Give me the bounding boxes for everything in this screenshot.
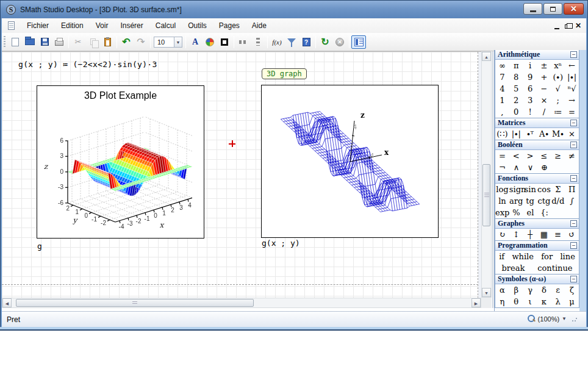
- palette-symbol[interactable]: π: [509, 61, 523, 70]
- scroll-left-arrow[interactable]: ◀: [2, 298, 12, 307]
- palette-symbol[interactable]: cos: [537, 185, 551, 194]
- palette-symbol[interactable]: β: [509, 285, 523, 295]
- font-size-value[interactable]: 10: [154, 37, 174, 48]
- palette-symbol[interactable]: ↕: [509, 230, 523, 239]
- insert-function-button[interactable]: f(x): [270, 35, 284, 49]
- font-size-dropdown-icon[interactable]: ▼: [174, 37, 182, 48]
- palette-symbol[interactable]: =: [565, 107, 579, 117]
- palette-symbol[interactable]: |∙|: [565, 73, 579, 82]
- palette-symbol[interactable]: μ: [565, 297, 579, 306]
- palette-symbol[interactable]: ε: [551, 285, 565, 295]
- collapse-panel-button[interactable]: [570, 242, 577, 249]
- palette-symbol[interactable]: γ: [523, 285, 537, 295]
- interrupt-button[interactable]: ✕: [332, 35, 347, 49]
- font-size-combo[interactable]: 10▼: [154, 37, 182, 48]
- collapse-panel-button[interactable]: [570, 51, 577, 58]
- palette-symbol[interactable]: ln: [495, 196, 509, 206]
- palette-symbol[interactable]: 3: [523, 96, 537, 105]
- palette-symbol[interactable]: ≔: [551, 107, 565, 117]
- minimize-button[interactable]: [523, 3, 542, 15]
- plot2-caption[interactable]: g(x ; y): [262, 239, 300, 248]
- palette-symbol[interactable]: ↻: [495, 230, 509, 239]
- open-file-button[interactable]: [23, 35, 37, 49]
- palette-symbol[interactable]: θ: [509, 297, 523, 306]
- menu-outils[interactable]: Outils: [182, 20, 213, 32]
- palette-symbol[interactable]: 5: [509, 84, 523, 93]
- palette-symbol[interactable]: (∷): [495, 129, 509, 138]
- show-panels-button[interactable]: [351, 35, 366, 49]
- undo-button[interactable]: ↶: [119, 35, 134, 49]
- scroll-down-arrow[interactable]: ▼: [482, 288, 491, 297]
- palette-symbol[interactable]: ≥: [551, 151, 565, 160]
- resize-grip[interactable]: [572, 316, 578, 322]
- palette-symbol[interactable]: (∙): [551, 73, 565, 82]
- horizontal-scroll-thumb[interactable]: [16, 299, 254, 307]
- save-file-button[interactable]: [37, 35, 52, 49]
- recalculate-button[interactable]: ↻: [318, 35, 332, 49]
- palette-symbol[interactable]: ζ: [565, 285, 579, 295]
- close-button[interactable]: ✕: [564, 3, 584, 15]
- vertical-scrollbar[interactable]: ▲ ▼: [481, 51, 492, 298]
- definition-formula[interactable]: g(x ; y) ≔ (−2<x<2)·sin(y)·3: [18, 60, 157, 69]
- palette-symbol[interactable]: for: [539, 252, 555, 261]
- palette-symbol[interactable]: ⁿ√: [565, 84, 579, 93]
- menu-edition[interactable]: Edition: [55, 20, 90, 32]
- menu-voir[interactable]: Voir: [90, 20, 115, 32]
- palette-symbol[interactable]: −: [537, 84, 551, 93]
- palette-symbol[interactable]: ∙ᵀ: [523, 129, 537, 138]
- palette-symbol[interactable]: ┼: [523, 230, 537, 239]
- palette-symbol[interactable]: d/d: [551, 196, 565, 206]
- palette-symbol[interactable]: ≤: [537, 151, 551, 160]
- palette-symbol[interactable]: while: [509, 252, 536, 261]
- collapse-panel-button[interactable]: [570, 142, 577, 148]
- scroll-up-arrow[interactable]: ▲: [482, 52, 491, 61]
- palette-symbol[interactable]: Σ: [551, 185, 565, 194]
- palette-symbol[interactable]: tg: [523, 196, 537, 206]
- palette-symbol[interactable]: el: [523, 208, 537, 217]
- palette-symbol[interactable]: ∨: [523, 163, 537, 172]
- collapse-panel-button[interactable]: [570, 120, 577, 126]
- child-close-icon[interactable]: ✕: [575, 21, 581, 30]
- filter-button[interactable]: [284, 35, 299, 49]
- palette-symbol[interactable]: |∙|: [509, 129, 523, 138]
- print-button[interactable]: [52, 35, 66, 49]
- palette-symbol[interactable]: =: [495, 151, 509, 160]
- palette-symbol[interactable]: >: [523, 151, 537, 160]
- palette-symbol[interactable]: line: [558, 252, 577, 261]
- plot1-caption[interactable]: g: [37, 242, 42, 251]
- collapse-panel-button[interactable]: [570, 220, 577, 227]
- menu-aide[interactable]: Aide: [246, 20, 273, 32]
- redo-button[interactable]: ↷: [134, 35, 148, 49]
- palette-symbol[interactable]: ¬: [495, 163, 509, 172]
- palette-symbol[interactable]: sin: [523, 185, 537, 194]
- palette-symbol[interactable]: 0: [509, 107, 523, 117]
- palette-symbol[interactable]: ⨯: [565, 129, 579, 138]
- menu-fichier[interactable]: Fichier: [21, 20, 55, 32]
- collapse-panel-button[interactable]: [570, 276, 577, 282]
- palette-symbol[interactable]: ±: [537, 61, 551, 70]
- horizontal-scrollbar[interactable]: ◀ ▶: [2, 298, 481, 308]
- palette-symbol[interactable]: xⁿ: [551, 61, 565, 70]
- palette-symbol[interactable]: i: [523, 61, 537, 70]
- zoom-dropdown-icon[interactable]: ▼: [562, 316, 567, 321]
- palette-symbol[interactable]: ∫: [565, 196, 579, 206]
- palette-symbol[interactable]: ι: [523, 297, 537, 306]
- palette-symbol[interactable]: exp: [495, 208, 509, 217]
- title-bar[interactable]: S SMath Studio Desktop - [3D Plot. 3D su…: [0, 0, 588, 18]
- worksheet-canvas[interactable]: g(x ; y) ≔ (−2<x<2)·sin(y)·3 3D Plot Exa…: [2, 51, 481, 298]
- palette-symbol[interactable]: M∙: [551, 129, 565, 138]
- palette-symbol[interactable]: ≡: [551, 230, 565, 239]
- vertical-scroll-thumb[interactable]: [482, 164, 490, 226]
- palette-symbol[interactable]: 4: [495, 84, 509, 93]
- menu-pages[interactable]: Pages: [213, 20, 246, 32]
- palette-symbol[interactable]: ⊕: [537, 163, 551, 172]
- palette-symbol[interactable]: ↺: [565, 230, 579, 239]
- palette-symbol[interactable]: ×: [537, 96, 551, 105]
- palette-symbol[interactable]: 7: [495, 73, 509, 82]
- palette-symbol[interactable]: ←: [565, 61, 579, 70]
- palette-symbol[interactable]: ∞: [495, 61, 509, 70]
- palette-symbol[interactable]: ctg: [537, 196, 551, 206]
- palette-symbol[interactable]: δ: [537, 285, 551, 295]
- palette-symbol[interactable]: λ: [551, 297, 565, 306]
- palette-symbol[interactable]: α: [495, 285, 509, 295]
